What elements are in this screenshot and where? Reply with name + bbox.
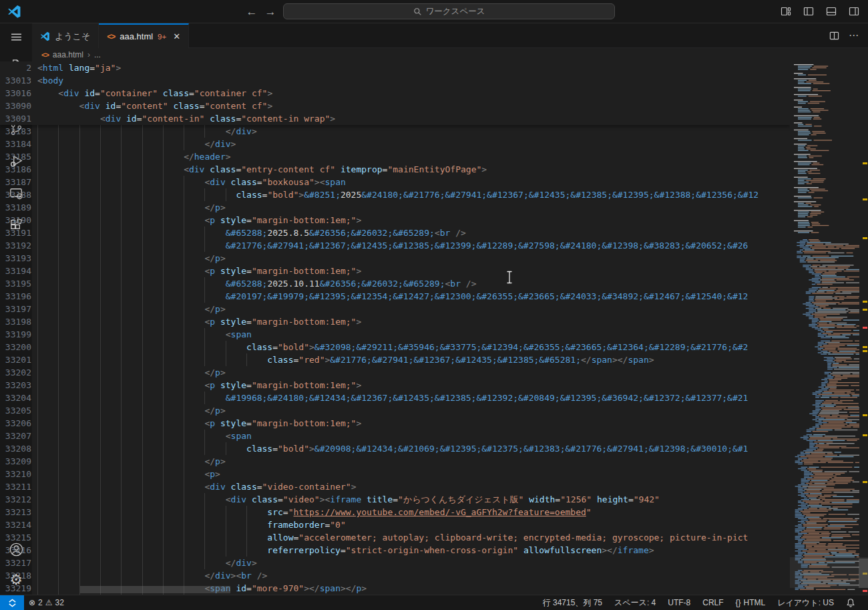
indent-guides xyxy=(37,468,204,480)
indent-guides xyxy=(37,480,204,493)
title-bar: ← → ワークスペース xyxy=(0,0,868,23)
indent-guides xyxy=(37,379,204,392)
warning-mark xyxy=(863,414,867,416)
code-line[interactable]: 33201class="red">&#21776;&#27941;&#12367… xyxy=(0,353,790,366)
status-encoding[interactable]: UTF-8 xyxy=(662,595,696,610)
line-number: 33194 xyxy=(0,265,37,277)
indent-guides xyxy=(37,163,184,176)
status-language-mode[interactable]: {} HTML xyxy=(730,595,772,610)
tab-aaa-html[interactable]: <> aaa.html 9+ ✕ xyxy=(99,23,189,48)
warning-icon: ⚠ xyxy=(45,598,53,607)
vscode-window: ← → ワークスペース xyxy=(0,0,868,610)
code-line[interactable]: 33217</div> xyxy=(0,557,790,569)
notifications-bell-icon[interactable] xyxy=(840,595,861,610)
indent-guides xyxy=(37,125,226,138)
code-line[interactable]: 33184</div> xyxy=(0,138,790,150)
editor-pane[interactable]: 33183</div>33184</div>33185</header>3318… xyxy=(0,61,790,595)
line-number: 33192 xyxy=(0,239,37,252)
remote-indicator[interactable] xyxy=(0,595,24,610)
indent-guides xyxy=(37,417,204,430)
code-line[interactable]: 33196&#20197;&#19979;&#12395;&#12354;&#1… xyxy=(0,290,790,303)
sticky-code-line[interactable]: 33013<body xyxy=(0,74,790,87)
indent-guides xyxy=(37,112,100,125)
close-icon[interactable]: ✕ xyxy=(173,31,180,41)
code-line[interactable]: 33206<p style="margin-bottom:1em;"> xyxy=(0,417,790,430)
tab-label: aaa.html xyxy=(120,31,153,41)
code-line[interactable]: 33203<p style="margin-bottom:1em;"> xyxy=(0,379,790,392)
indent-guides xyxy=(37,252,204,265)
breadcrumb-file[interactable]: aaa.html xyxy=(53,50,83,59)
code-line[interactable]: 33186<div class="entry-content cf" itemp… xyxy=(0,163,790,176)
code-line[interactable]: 33205</p> xyxy=(0,404,790,417)
toggle-secondary-sidebar-icon[interactable] xyxy=(847,4,861,19)
code-line[interactable]: 33218</div><br /> xyxy=(0,569,790,582)
code-line[interactable]: 33199<span xyxy=(0,328,790,341)
code-line[interactable]: 33193</p> xyxy=(0,252,790,265)
code-line[interactable]: 33191&#65288;2025.8.5&#26356;&#26032;&#6… xyxy=(0,226,790,239)
code-line[interactable]: 33195&#65288;2025.10.11&#26356;&#26032;&… xyxy=(0,277,790,290)
status-layout[interactable]: レイアウト: US xyxy=(771,595,840,610)
navigate-forward-icon[interactable]: → xyxy=(262,3,279,21)
minimap-slider[interactable] xyxy=(790,557,868,588)
code-line[interactable]: 33197</p> xyxy=(0,303,790,315)
breadcrumb[interactable]: <> aaa.html › ... xyxy=(32,48,799,61)
warning-mark xyxy=(863,301,867,303)
code-line[interactable]: 33185</header> xyxy=(0,150,790,163)
braces-icon: {} xyxy=(736,598,741,607)
line-number: 33091 xyxy=(0,112,37,125)
code-line[interactable]: 33214frameborder="0" xyxy=(0,518,790,531)
code-line[interactable]: 33204&#19968;&#24180;&#12434;&#12367;&#1… xyxy=(0,392,790,404)
code-line[interactable]: 33200class="bold">&#32098;&#29211;&#3594… xyxy=(0,341,790,353)
status-problems[interactable]: ⊗ 2 ⚠ 32 xyxy=(24,595,69,610)
toggle-sidebar-icon[interactable] xyxy=(801,4,816,19)
breadcrumb-more[interactable]: ... xyxy=(94,50,101,59)
code-line[interactable]: 33198<p style="margin-bottom:1em;"> xyxy=(0,315,790,328)
vertical-scrollbar[interactable] xyxy=(859,559,868,588)
horizontal-scrollbar[interactable] xyxy=(80,586,230,593)
indent-guides xyxy=(37,353,267,366)
status-cursor-position[interactable]: 行 34715、列 75 xyxy=(537,595,608,610)
code-line[interactable]: 33194<p style="margin-bottom:1em;"> xyxy=(0,265,790,277)
line-number: 33197 xyxy=(0,303,37,315)
status-eol[interactable]: CRLF xyxy=(696,595,729,610)
code-line[interactable]: 33187<div class="boxkousa"><span xyxy=(0,176,790,188)
code-line[interactable]: 33213src="https://www.youtube.com/embed/… xyxy=(0,506,790,518)
code-line[interactable]: 33215allow="accelerometer; autoplay; cli… xyxy=(0,531,790,544)
more-actions-icon[interactable]: ⋯ xyxy=(849,29,859,41)
editor-tabs: ようこそ <> aaa.html 9+ ✕ ⋯ xyxy=(32,23,868,48)
code-line[interactable]: 33192&#21776;&#27941;&#12367;&#12435;&#1… xyxy=(0,239,790,252)
code-line[interactable]: 33202</p> xyxy=(0,366,790,379)
split-editor-icon[interactable] xyxy=(829,31,839,41)
sticky-code-line[interactable]: 2<html lang="ja"> xyxy=(0,61,790,74)
command-center-search[interactable]: ワークスペース xyxy=(283,3,615,19)
sticky-code-line[interactable]: 33016<div id="container" class="containe… xyxy=(0,87,790,100)
customize-layout-icon[interactable] xyxy=(779,4,793,19)
code-line[interactable]: 33189</p> xyxy=(0,201,790,214)
line-number: 33202 xyxy=(0,366,37,379)
toggle-panel-icon[interactable] xyxy=(824,4,839,19)
line-number: 33213 xyxy=(0,506,37,518)
status-indentation[interactable]: スペース: 4 xyxy=(608,595,662,610)
code-line[interactable]: 33210<p> xyxy=(0,468,790,480)
code-line[interactable]: 33208class="bold">&#20908;&#12434;&#2106… xyxy=(0,442,790,455)
indent-guides xyxy=(37,290,226,303)
code-line[interactable]: 33209</p> xyxy=(0,455,790,468)
code-line[interactable]: 33211<div class="video-container"> xyxy=(0,480,790,493)
sticky-code-line[interactable]: 33091<div id="content-in" class="content… xyxy=(0,112,790,125)
tab-label: ようこそ xyxy=(55,31,90,43)
navigate-back-icon[interactable]: ← xyxy=(243,3,260,21)
tab-welcome[interactable]: ようこそ xyxy=(32,23,99,48)
sticky-code-line[interactable]: 33090<div id="content" class="content cf… xyxy=(0,100,790,112)
line-number: 33207 xyxy=(0,430,37,442)
line-number: 33208 xyxy=(0,442,37,455)
code-line[interactable]: 33207<span xyxy=(0,430,790,442)
code-line[interactable]: 33183</div> xyxy=(0,125,790,138)
line-number: 33185 xyxy=(0,150,37,163)
indent-guides xyxy=(37,392,226,404)
minimap[interactable] xyxy=(790,60,863,595)
code-line[interactable]: 33188class="bold">&#8251;2025&#24180;&#2… xyxy=(0,188,790,201)
menu-icon[interactable] xyxy=(0,23,32,50)
code-line[interactable]: 33190<p style="margin-bottom:1em;"> xyxy=(0,214,790,226)
code-line[interactable]: 33216referrerpolicy="strict-origin-when-… xyxy=(0,544,790,557)
code-line[interactable]: 33212<div class="video"><iframe title="か… xyxy=(0,493,790,506)
